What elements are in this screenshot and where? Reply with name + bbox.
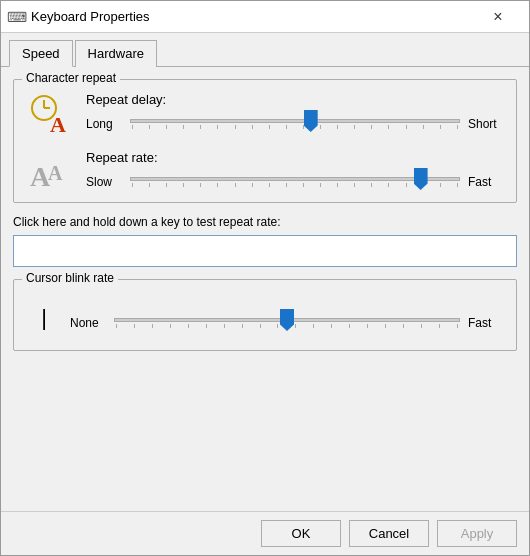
tick [349, 324, 350, 328]
tick [166, 125, 167, 129]
keyboard-icon: ⌨ [9, 9, 25, 25]
repeat-delay-left-label: Long [86, 117, 122, 131]
repeat-rate-slider-row: Slow [86, 175, 504, 189]
cursor-blink-slider-wrapper: None [70, 306, 504, 330]
tab-hardware[interactable]: Hardware [75, 40, 157, 67]
tick [149, 183, 150, 187]
tick [320, 183, 321, 187]
tick [313, 324, 314, 328]
tick [260, 324, 261, 328]
tick [235, 125, 236, 129]
tick [337, 183, 338, 187]
test-repeat-input[interactable] [13, 235, 517, 267]
window-title: Keyboard Properties [31, 9, 475, 24]
tick [406, 183, 407, 187]
repeat-rate-slider-container [130, 177, 460, 187]
tick [269, 183, 270, 187]
tick [303, 183, 304, 187]
repeat-delay-section: Repeat delay: Long [86, 92, 504, 131]
tick [423, 125, 424, 129]
tick [286, 183, 287, 187]
repeat-rate-slider[interactable] [130, 177, 460, 181]
repeat-rate-section: Repeat rate: Slow [86, 150, 504, 189]
tick [277, 324, 278, 328]
repeat-rate-ticks [130, 183, 460, 187]
tick [188, 324, 189, 328]
character-repeat-group: Character repeat A Repeat delay: [13, 79, 517, 203]
ok-button[interactable]: OK [261, 520, 341, 547]
tick [406, 125, 407, 129]
tick [457, 183, 458, 187]
repeat-rate-label: Repeat rate: [86, 150, 504, 165]
tick [183, 125, 184, 129]
tick [385, 324, 386, 328]
tick [457, 324, 458, 328]
tick [116, 324, 117, 328]
repeat-delay-right-label: Short [468, 117, 504, 131]
tick [286, 125, 287, 129]
tick [440, 125, 441, 129]
tick [132, 183, 133, 187]
tick [457, 125, 458, 129]
svg-text:A: A [48, 162, 63, 184]
tick [337, 125, 338, 129]
tick [354, 125, 355, 129]
cursor-blink-group: Cursor blink rate | None [13, 279, 517, 351]
bottom-button-bar: OK Cancel Apply [1, 511, 529, 555]
tick [388, 183, 389, 187]
tab-content-speed: Character repeat A Repeat delay: [1, 67, 529, 511]
tick [371, 183, 372, 187]
tick [367, 324, 368, 328]
tick [206, 324, 207, 328]
cursor-blink-slider-row: None [70, 316, 504, 330]
tick [331, 324, 332, 328]
repeat-delay-label: Repeat delay: [86, 92, 504, 107]
title-bar: ⌨ Keyboard Properties × [1, 1, 529, 33]
apply-button[interactable]: Apply [437, 520, 517, 547]
repeat-delay-icon: A [26, 92, 74, 136]
tick [439, 324, 440, 328]
tick [217, 125, 218, 129]
tick [149, 125, 150, 129]
tick [170, 324, 171, 328]
tick [303, 125, 304, 129]
tick [252, 183, 253, 187]
cursor-blink-slider[interactable] [114, 318, 460, 322]
tick [354, 183, 355, 187]
tick [242, 324, 243, 328]
close-button[interactable]: × [475, 1, 521, 33]
repeat-delay-ticks [130, 125, 460, 129]
repeat-delay-slider-container [130, 119, 460, 129]
tick [183, 183, 184, 187]
tick [388, 125, 389, 129]
tick [134, 324, 135, 328]
character-repeat-title: Character repeat [22, 71, 120, 85]
repeat-delay-slider[interactable] [130, 119, 460, 123]
tick [252, 125, 253, 129]
svg-text:A: A [50, 112, 66, 136]
tab-speed[interactable]: Speed [9, 40, 73, 67]
tick [403, 324, 404, 328]
tab-bar: Speed Hardware [1, 33, 529, 67]
tick [152, 324, 153, 328]
tick [200, 125, 201, 129]
tick [132, 125, 133, 129]
tick [440, 183, 441, 187]
test-field-label: Click here and hold down a key to test r… [13, 215, 517, 229]
tick [371, 125, 372, 129]
tick [421, 324, 422, 328]
tick [295, 324, 296, 328]
cursor-blink-right-label: Fast [468, 316, 504, 330]
cancel-button[interactable]: Cancel [349, 520, 429, 547]
cursor-blink-cursor: | [26, 298, 62, 338]
test-field-container: Click here and hold down a key to test r… [13, 215, 517, 267]
tick [217, 183, 218, 187]
tick [320, 125, 321, 129]
repeat-rate-left-label: Slow [86, 175, 122, 189]
cursor-blink-title: Cursor blink rate [22, 271, 118, 285]
repeat-delay-slider-row: Long [86, 117, 504, 131]
tick [224, 324, 225, 328]
tick [166, 183, 167, 187]
repeat-rate-icon: A A [26, 150, 74, 190]
repeat-delay-row: A Repeat delay: Long [26, 92, 504, 136]
